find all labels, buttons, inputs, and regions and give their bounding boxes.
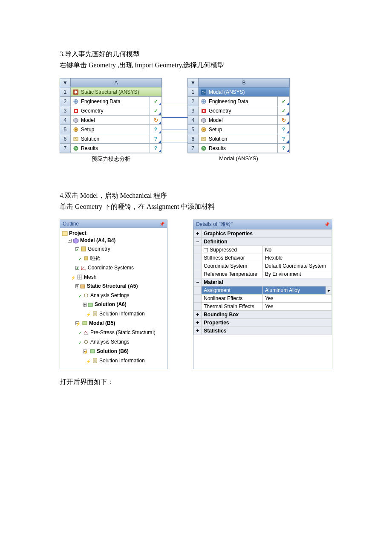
tree-coord[interactable]: + ✓ Coordinate Systems [62, 263, 165, 272]
static-tree-icon [80, 283, 86, 289]
svg-point-27 [84, 340, 88, 344]
group-definition[interactable]: −Definition [194, 238, 332, 246]
svg-rect-20 [81, 247, 86, 251]
col-a-dropdown[interactable]: ▼ [60, 78, 71, 87]
engdata-icon [201, 98, 207, 104]
svg-marker-4 [74, 118, 78, 123]
update-badge-icon: ⚡ [86, 358, 91, 365]
svg-marker-13 [202, 118, 206, 123]
info-icon [92, 311, 98, 317]
results-icon [201, 145, 207, 151]
checkbox-icon[interactable] [204, 248, 208, 252]
col-b-dropdown[interactable]: ▼ [188, 78, 199, 87]
svg-rect-12 [203, 110, 205, 112]
group-properties[interactable]: +Properties [194, 319, 332, 327]
solution-tree-icon [87, 302, 93, 308]
settings-icon [83, 292, 89, 298]
project-icon [62, 231, 68, 237]
cell-b7[interactable]: 7Results [188, 144, 290, 153]
cell-a5[interactable]: 5Setup [60, 125, 162, 134]
outline-panel: Outline 📌 Project − Model (A4, B4) − ✓ G… [60, 220, 167, 369]
pin-icon[interactable]: 📌 [324, 222, 329, 227]
tree-prestress[interactable]: ✓ Pre-Stress (Static Structural) [62, 328, 165, 337]
status-question-icon [281, 136, 286, 141]
row-stiffness[interactable]: Stiffness BehaviorFlexible [194, 254, 332, 262]
model-tree-icon [73, 238, 79, 244]
col-a-header: A [70, 78, 161, 87]
tree-geometry[interactable]: − ✓ Geometry [62, 244, 165, 254]
system-b-header[interactable]: Modal (ANSYS) [198, 87, 289, 97]
ok-badge-icon: ✓ [78, 330, 82, 337]
cell-a3[interactable]: 3Geometry [60, 106, 162, 116]
tree-solB6[interactable]: − ⚡ Solution (B6) [62, 347, 165, 356]
tree-anset1[interactable]: ✓ Analysis Settings [62, 291, 165, 300]
svg-point-23 [84, 294, 88, 297]
group-bounding[interactable]: +Bounding Box [194, 311, 332, 319]
status-check-icon [153, 108, 159, 113]
system-a-label: Static Structural (ANSYS) [81, 89, 139, 95]
status-check-icon [153, 98, 159, 104]
tree-project[interactable]: Project [62, 230, 165, 237]
schematic-column-b: ▼B 1 Modal (ANSYS) 2Engineering Data 3Ge… [187, 78, 290, 165]
status-question-icon [153, 136, 159, 141]
group-material[interactable]: −Material [194, 278, 332, 286]
tree-solinfo1[interactable]: ⚡ Solution Information [62, 309, 165, 318]
row-reftemp[interactable]: Reference TemperatureBy Environment [194, 270, 332, 278]
tree-model[interactable]: − Model (A4, B4) [62, 237, 165, 244]
cell-b3[interactable]: 3Geometry [188, 106, 290, 116]
ok-badge-icon: ✓ [78, 339, 82, 347]
cell-b4[interactable]: 4Model [188, 116, 290, 125]
system-a-header[interactable]: Static Structural (ANSYS) [70, 87, 161, 97]
model-icon [201, 117, 207, 123]
schematic-column-a: ▼A 1 Static Structural (ANSYS) 2Engineer… [60, 78, 162, 165]
step3-text: 3.导入事先画好的几何模型 [60, 49, 332, 59]
cell-b2[interactable]: 2Engineering Data [188, 97, 290, 106]
row-assignment[interactable]: AssignmentAluminum Alloy▸ [194, 286, 332, 295]
status-refresh-icon [281, 117, 286, 122]
cell-a2[interactable]: 2Engineering Data [60, 97, 162, 106]
group-statistics[interactable]: +Statistics [194, 327, 332, 335]
info-icon [92, 358, 98, 364]
cell-a6[interactable]: 6Solution [60, 134, 162, 144]
group-graphics[interactable]: +Graphics Properties [194, 230, 332, 238]
tree-mesh[interactable]: ⚡ Mesh [62, 272, 165, 282]
tree-static[interactable]: − ? Static Structural (A5) [62, 282, 165, 291]
prestress-icon [83, 330, 89, 335]
svg-point-15 [203, 129, 205, 130]
row-suppressed[interactable]: SuppressedNo [194, 246, 332, 254]
cell-a7[interactable]: 7Results [60, 144, 162, 153]
row-coord[interactable]: Coordinate SystemDefault Coordinate Syst… [194, 262, 332, 270]
update-badge-icon: ⚡ [84, 349, 88, 356]
mechanical-panels: Outline 📌 Project − Model (A4, B4) − ✓ G… [60, 220, 332, 369]
coord-icon [81, 265, 86, 271]
row-nonlinear[interactable]: Nonlinear EffectsYes [194, 295, 332, 303]
row-thermal[interactable]: Thermal Strain EffectsYes [194, 303, 332, 311]
instr3-text: 右键单击 Geometry ,出现 Import Geometry,选择几何模型 [60, 60, 332, 70]
tree-dumbbell[interactable]: ✓ 哑铃 [62, 254, 165, 263]
tree-anset2[interactable]: ✓ Analysis Settings [62, 337, 165, 347]
svg-marker-19 [73, 238, 78, 243]
arrow-right-icon[interactable]: ▸ [326, 286, 331, 294]
status-question-icon [281, 127, 286, 132]
setup-icon [201, 127, 207, 133]
svg-rect-22 [81, 285, 85, 288]
svg-rect-28 [90, 350, 95, 353]
cell-b5[interactable]: 5Setup [188, 125, 290, 134]
cell-b6[interactable]: 6Solution [188, 134, 290, 144]
tree-modal[interactable]: − ⚡ Modal (B5) [62, 318, 165, 328]
tree-solinfo2[interactable]: ⚡ Solution Information [62, 356, 165, 365]
caption-b: Modal (ANSYS) [187, 153, 290, 164]
unknown-badge-icon: ? [84, 302, 86, 309]
modal-icon [201, 89, 207, 95]
status-check-icon [281, 108, 286, 113]
svg-rect-21 [84, 257, 88, 260]
setup-icon [73, 127, 79, 133]
status-check-icon [281, 98, 286, 104]
tree-solA6[interactable]: − ? Solution (A6) [62, 300, 165, 309]
static-structural-icon [73, 89, 79, 95]
cell-a4[interactable]: 4Model [60, 116, 162, 125]
engdata-icon [73, 98, 79, 104]
pin-icon[interactable]: 📌 [159, 222, 164, 226]
collapse-icon[interactable]: − [68, 239, 72, 243]
model-icon [73, 117, 79, 123]
